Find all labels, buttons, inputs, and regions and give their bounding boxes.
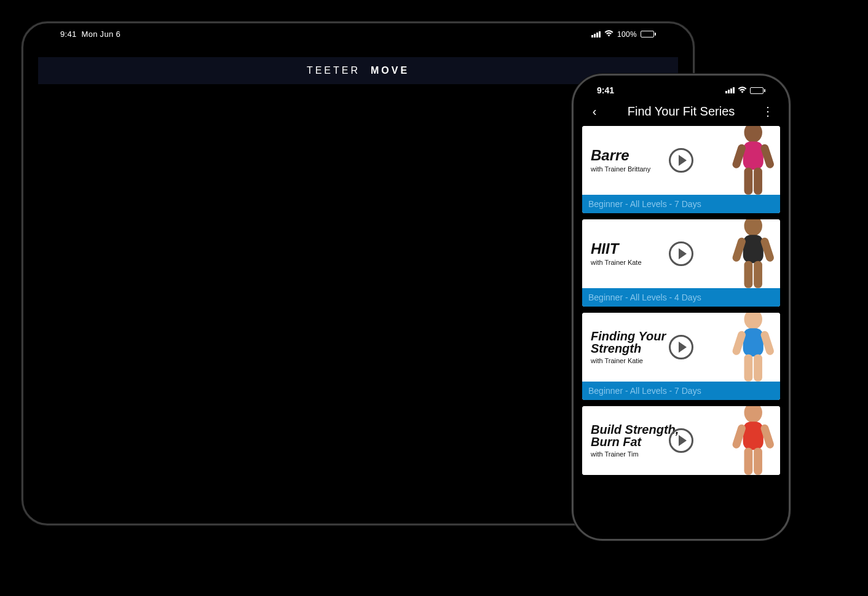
cellular-signal-icon xyxy=(725,87,735,93)
series-card[interactable]: Finding YourStrength with Trainer Katie … xyxy=(582,313,780,400)
series-trainer: with Trainer Kate xyxy=(591,259,642,266)
page-title: Find Your Fit Series xyxy=(602,104,760,119)
series-trainer: with Trainer Katie xyxy=(591,357,666,364)
tablet-status-right: 100% xyxy=(591,30,656,39)
play-icon[interactable] xyxy=(669,335,693,359)
cellular-signal-icon xyxy=(591,31,601,37)
svg-rect-1 xyxy=(743,142,763,170)
series-meta: Beginner - All Levels - 7 Days xyxy=(582,382,780,400)
series-card-text: HIIT with Trainer Kate xyxy=(591,241,642,266)
phone-device: 9:41 ‹ Find Your Fit Series ⋮ Barre with… xyxy=(572,74,791,541)
svg-point-6 xyxy=(744,219,762,236)
series-title: HIIT xyxy=(591,241,642,256)
phone-status-right xyxy=(725,85,765,95)
series-list[interactable]: Barre with Trainer Brittany Beginner - A… xyxy=(582,126,780,475)
svg-rect-4 xyxy=(744,168,752,195)
series-card[interactable]: HIIT with Trainer Kate Beginner - All Le… xyxy=(582,219,780,307)
series-card-top[interactable]: HIIT with Trainer Kate xyxy=(582,219,780,288)
series-title: Build Strength,Burn Fat xyxy=(591,423,679,448)
back-button[interactable]: ‹ xyxy=(587,104,602,119)
tablet-status-time: 9:41 xyxy=(60,29,77,39)
brand-bold: MOVE xyxy=(371,65,409,76)
svg-rect-5 xyxy=(754,168,762,195)
battery-icon xyxy=(641,31,656,37)
svg-rect-7 xyxy=(743,235,763,264)
series-trainer: with Trainer Brittany xyxy=(591,165,650,173)
wifi-icon xyxy=(604,30,614,39)
brand-light: TEETER xyxy=(307,65,360,76)
svg-rect-16 xyxy=(744,355,752,382)
tablet-battery-pct: 100% xyxy=(617,30,637,39)
wifi-icon xyxy=(738,85,747,95)
app-header: TEETER MOVE xyxy=(38,57,678,84)
series-meta: Beginner - All Levels - 7 Days xyxy=(582,195,780,213)
tablet-status-bar: 9:41 Mon Jun 6 100% xyxy=(23,23,693,39)
series-title: Barre xyxy=(591,148,650,163)
phone-status-time: 9:41 xyxy=(597,85,614,95)
series-card-text: Build Strength,Burn Fat with Trainer Tim xyxy=(591,423,679,458)
series-card-top[interactable]: Barre with Trainer Brittany xyxy=(582,126,780,195)
svg-rect-17 xyxy=(754,355,762,382)
play-icon[interactable] xyxy=(669,148,693,173)
svg-point-0 xyxy=(744,126,762,143)
series-card-top[interactable]: Build Strength,Burn Fat with Trainer Tim xyxy=(582,406,780,475)
more-options-button[interactable]: ⋮ xyxy=(760,104,775,119)
series-card-top[interactable]: Finding YourStrength with Trainer Katie xyxy=(582,313,780,382)
series-title: Finding YourStrength xyxy=(591,330,666,355)
series-trainer: with Trainer Tim xyxy=(591,450,679,458)
series-card[interactable]: Barre with Trainer Brittany Beginner - A… xyxy=(582,126,780,213)
tablet-status-left: 9:41 Mon Jun 6 xyxy=(60,29,120,39)
series-card-text: Finding YourStrength with Trainer Katie xyxy=(591,330,666,364)
svg-point-18 xyxy=(744,406,762,423)
play-icon[interactable] xyxy=(669,241,693,266)
svg-point-12 xyxy=(744,313,762,329)
svg-rect-19 xyxy=(743,422,763,450)
series-card[interactable]: Build Strength,Burn Fat with Trainer Tim xyxy=(582,406,780,475)
phone-notch xyxy=(635,76,727,94)
series-meta: Beginner - All Levels - 4 Days xyxy=(582,288,780,307)
tablet-status-date: Mon Jun 6 xyxy=(82,29,120,39)
svg-rect-13 xyxy=(743,329,763,357)
play-icon[interactable] xyxy=(669,428,693,453)
svg-rect-11 xyxy=(754,261,762,288)
series-card-text: Barre with Trainer Brittany xyxy=(591,148,650,173)
svg-rect-23 xyxy=(754,448,762,475)
phone-nav-bar: ‹ Find Your Fit Series ⋮ xyxy=(582,99,780,126)
svg-rect-10 xyxy=(744,261,752,288)
battery-icon xyxy=(750,87,765,94)
svg-rect-22 xyxy=(744,448,752,475)
